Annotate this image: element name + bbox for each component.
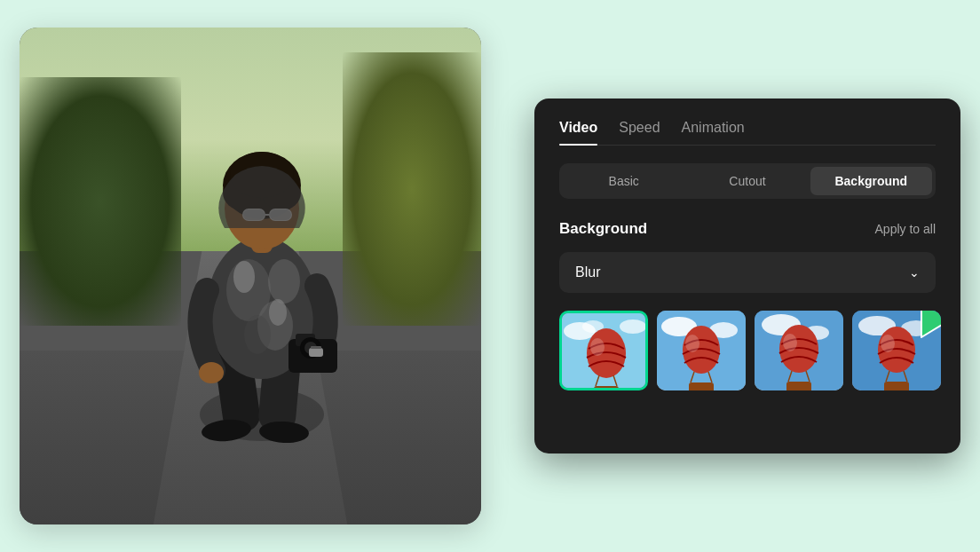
- svg-point-8: [244, 315, 271, 354]
- svg-rect-54: [786, 382, 811, 390]
- svg-marker-63: [921, 311, 941, 337]
- panel: Video Speed Animation Basic Cutout Backg…: [534, 99, 960, 453]
- photo-canvas: [20, 28, 481, 524]
- tabs-row: Video Speed Animation: [559, 120, 936, 146]
- svg-point-59: [881, 335, 895, 352]
- svg-point-9: [268, 259, 300, 304]
- cursor-arrow: [914, 311, 941, 344]
- blur-dropdown[interactable]: Blur ⌄: [559, 252, 936, 293]
- svg-point-11: [269, 299, 287, 326]
- dropdown-label: Blur: [575, 264, 600, 280]
- svg-rect-29: [311, 346, 321, 349]
- svg-point-43: [685, 335, 699, 352]
- thumb-bg-1: [562, 313, 645, 388]
- thumbnail-1[interactable]: [559, 311, 648, 390]
- svg-point-35: [590, 338, 605, 356]
- svg-rect-28: [309, 348, 323, 357]
- svg-rect-38: [594, 386, 619, 390]
- thumbnail-2[interactable]: [657, 311, 746, 390]
- thumb-bg-3: [755, 311, 843, 390]
- chevron-down-icon: ⌄: [909, 265, 920, 280]
- thumbnails-row: [559, 311, 936, 390]
- svg-rect-46: [689, 382, 714, 390]
- main-container: Video Speed Animation Basic Cutout Backg…: [20, 19, 960, 533]
- svg-point-10: [233, 261, 255, 293]
- sub-tab-background[interactable]: Background: [810, 167, 932, 195]
- svg-rect-62: [884, 382, 909, 390]
- thumb-bg-2: [657, 311, 746, 390]
- sub-tabs-row: Basic Cutout Background: [559, 163, 936, 199]
- section-header: Background Apply to all: [559, 220, 936, 238]
- tab-speed[interactable]: Speed: [619, 120, 660, 145]
- svg-point-32: [620, 319, 646, 334]
- svg-point-51: [783, 334, 797, 351]
- thumbnail-3[interactable]: [755, 311, 843, 390]
- apply-all-button[interactable]: Apply to all: [875, 222, 936, 236]
- thumbnail-4[interactable]: [852, 311, 941, 390]
- tab-animation[interactable]: Animation: [682, 120, 745, 145]
- photo-card: [20, 28, 481, 524]
- svg-point-16: [199, 362, 224, 383]
- sub-tab-cutout[interactable]: Cutout: [686, 167, 808, 195]
- section-title: Background: [559, 220, 647, 238]
- sub-tab-basic[interactable]: Basic: [563, 167, 684, 195]
- person-figure: [146, 113, 377, 453]
- tab-video[interactable]: Video: [559, 120, 597, 145]
